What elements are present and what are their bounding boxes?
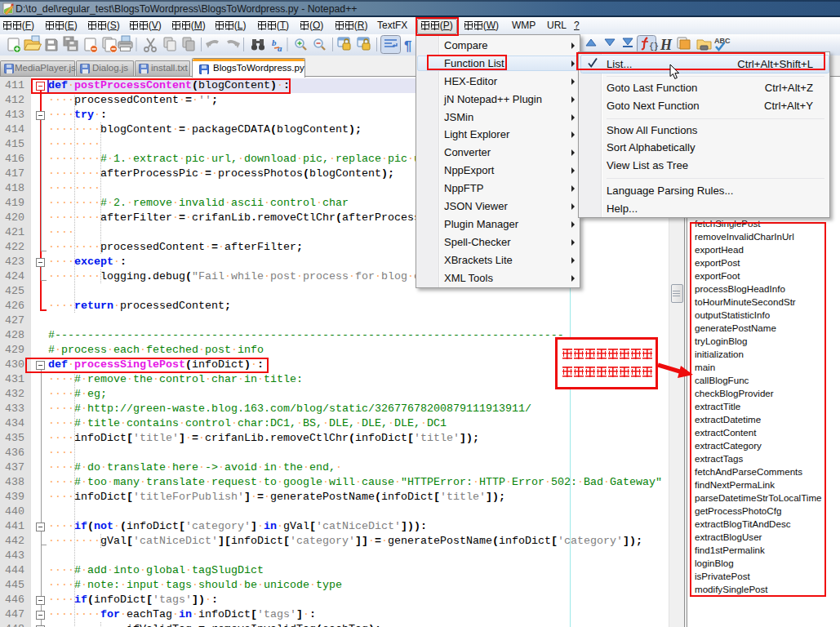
- svg-text:{}: {}: [649, 42, 659, 51]
- svg-text:b: b: [272, 38, 277, 47]
- svg-text:¶: ¶: [404, 38, 411, 54]
- svg-text:a: a: [278, 43, 282, 53]
- svg-text:H: H: [660, 37, 673, 53]
